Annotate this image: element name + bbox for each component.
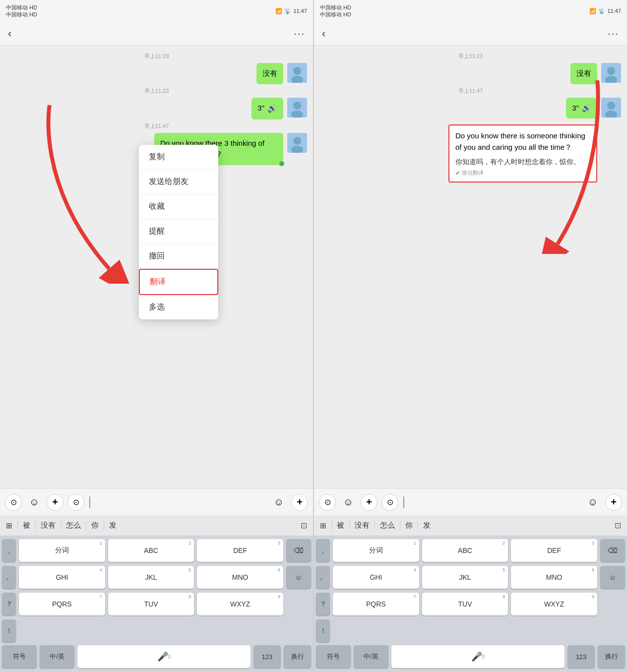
right-cand-3[interactable]: 怎么	[376, 519, 399, 532]
menu-copy[interactable]: 复制	[139, 145, 218, 170]
right-key-123[interactable]: 123	[567, 645, 595, 668]
left-key-comma[interactable]: ,	[2, 539, 16, 562]
voice-icon: 🔊	[267, 103, 277, 115]
left-key-question[interactable]: ？	[2, 593, 16, 615]
right-key-row-2: 4 GHI 5 JKL 6 MNO	[333, 566, 597, 589]
svg-point-1	[293, 67, 301, 75]
left-key-4[interactable]: 4 GHI	[19, 566, 105, 589]
left-context-menu: 复制 发送给朋友 收藏 提醒 撤回 翻译 多选	[139, 145, 218, 319]
left-key-enter[interactable]: 换行	[284, 645, 311, 668]
right-key-exclaim[interactable]: ！	[316, 619, 330, 642]
left-key-lang[interactable]: 中/英	[40, 645, 74, 668]
left-key-symbol[interactable]: 符号	[2, 645, 37, 668]
right-key-7[interactable]: 7 PQRS	[333, 593, 419, 615]
translation-source: ✔ 微信翻译	[455, 169, 590, 177]
right-key-3[interactable]: 3 DEF	[511, 539, 597, 562]
right-key-9[interactable]: 9 WXYZ	[511, 593, 597, 615]
right-bubble-1: 没有	[570, 63, 597, 84]
left-key-backspace[interactable]: ⌫	[286, 539, 311, 562]
right-key-question[interactable]: ？	[316, 593, 330, 615]
right-key-enter[interactable]: 换行	[598, 645, 625, 668]
menu-send-friend[interactable]: 发送给朋友	[139, 170, 218, 194]
left-key-emoji-special[interactable]: ☺	[286, 566, 311, 589]
menu-translate[interactable]: 翻译	[139, 269, 218, 295]
left-key-2[interactable]: 2 ABC	[108, 539, 194, 562]
left-cand-envelope-icon[interactable]: ⊡	[297, 519, 311, 532]
right-right-special-col: ⌫ ☺	[600, 539, 625, 642]
mic-icon: 🎤	[157, 651, 168, 662]
left-nav-bar: ‹ ···	[0, 22, 313, 46]
left-key-6[interactable]: 6 MNO	[197, 566, 283, 589]
right-cand-2[interactable]: 没有	[351, 519, 374, 532]
left-cand-3[interactable]: 怎么	[62, 519, 85, 532]
left-key-5[interactable]: 5 JKL	[108, 566, 194, 589]
right-cand-4[interactable]: 你	[401, 519, 417, 532]
left-key-7[interactable]: 7 PQRS	[19, 593, 105, 615]
menu-remind[interactable]: 提醒	[139, 219, 218, 244]
left-back-button[interactable]: ‹	[8, 27, 11, 40]
right-voice-button[interactable]: ⊙	[319, 494, 336, 511]
right-key-lang[interactable]: 中/英	[354, 645, 388, 668]
right-input-cursor	[403, 496, 404, 508]
left-key-3[interactable]: 3 DEF	[197, 539, 283, 562]
right-cand-1[interactable]: 被	[333, 519, 348, 532]
left-cand-4[interactable]: 你	[87, 519, 103, 532]
right-emoji-button-2[interactable]: ☺	[584, 494, 601, 511]
right-plus-button-2[interactable]: +	[605, 494, 622, 511]
right-key-2[interactable]: 2 ABC	[422, 539, 508, 562]
left-key-grid: , 。 ？ ！ 1 分词 2 ABC 3	[0, 536, 313, 645]
right-key-emoji-special[interactable]: ☺	[600, 566, 625, 589]
left-cand-2[interactable]: 没有	[37, 519, 60, 532]
left-more-button[interactable]: ···	[294, 28, 305, 39]
menu-undo[interactable]: 撤回	[139, 244, 218, 269]
right-add-button[interactable]: +	[361, 494, 377, 511]
left-key-space[interactable]: 🎤 0	[77, 645, 251, 668]
left-add-button[interactable]: +	[47, 494, 63, 511]
right-key-6[interactable]: 6 MNO	[511, 566, 597, 589]
left-input-bar: ⊙ ☺ + ⊙ ☺ +	[0, 489, 313, 515]
left-candidate-bar: ⊞ 被 没有 怎么 你 发 ⊡	[0, 515, 313, 536]
left-key-exclaim[interactable]: ！	[2, 619, 16, 642]
left-msg-row-1: 没有	[6, 63, 307, 84]
right-voice-bubble[interactable]: 3" 🔊	[566, 98, 597, 119]
right-time: 11:47	[607, 8, 621, 14]
left-plus-button-2[interactable]: +	[291, 494, 308, 511]
right-cand-grid-icon[interactable]: ⊞	[316, 519, 330, 532]
left-emoji-button-2[interactable]: ☺	[270, 494, 287, 511]
right-voice-input-button[interactable]: ⊙	[381, 494, 398, 511]
left-timestamp-3: 早上11:47	[6, 122, 307, 130]
right-key-symbol[interactable]: 符号	[316, 645, 351, 668]
left-carrier2: 中国移动 HD	[6, 11, 37, 18]
right-emoji-button[interactable]: ☺	[340, 494, 357, 511]
left-key-8[interactable]: 8 TUV	[108, 593, 194, 615]
right-key-comma[interactable]: ,	[316, 539, 330, 562]
right-key-backspace[interactable]: ⌫	[600, 539, 625, 562]
right-key-1[interactable]: 1 分词	[333, 539, 419, 562]
right-cand-5[interactable]: 发	[419, 519, 435, 532]
left-key-123[interactable]: 123	[253, 645, 281, 668]
left-cand-1[interactable]: 被	[19, 519, 34, 532]
right-key-8[interactable]: 8 TUV	[422, 593, 508, 615]
right-cand-envelope-icon[interactable]: ⊡	[611, 519, 625, 532]
right-key-4[interactable]: 4 GHI	[333, 566, 419, 589]
right-back-button[interactable]: ‹	[322, 27, 325, 40]
right-key-5[interactable]: 5 JKL	[422, 566, 508, 589]
menu-select[interactable]: 多选	[139, 295, 218, 319]
menu-favorite[interactable]: 收藏	[139, 194, 218, 219]
left-voice-button[interactable]: ⊙	[5, 494, 22, 511]
right-emoji-special-icon: ☺	[609, 573, 616, 581]
left-key-period[interactable]: 。	[2, 566, 16, 589]
right-key-period[interactable]: 。	[316, 566, 330, 589]
left-cand-grid-icon[interactable]: ⊞	[2, 519, 16, 532]
right-key-space[interactable]: 🎤 0	[391, 645, 564, 668]
right-keyboard-bottom: 符号 中/英 🎤 0 123 换行	[314, 645, 627, 672]
left-emoji-button[interactable]: ☺	[26, 494, 43, 511]
left-key-9[interactable]: 9 WXYZ	[197, 593, 283, 615]
left-voice-input-button[interactable]: ⊙	[67, 494, 84, 511]
svg-point-4	[293, 102, 301, 110]
left-key-1[interactable]: 1 分词	[19, 539, 105, 562]
right-more-button[interactable]: ···	[608, 28, 619, 39]
right-phone-panel: 中国移动 HD 中国移动 HD 📶 📡 11:47 ‹ ··· 早上11:23 …	[314, 0, 627, 672]
left-cand-5[interactable]: 发	[105, 519, 121, 532]
right-key-grid: , 。 ？ ！ 1 分词 2 ABC 3	[314, 536, 627, 645]
